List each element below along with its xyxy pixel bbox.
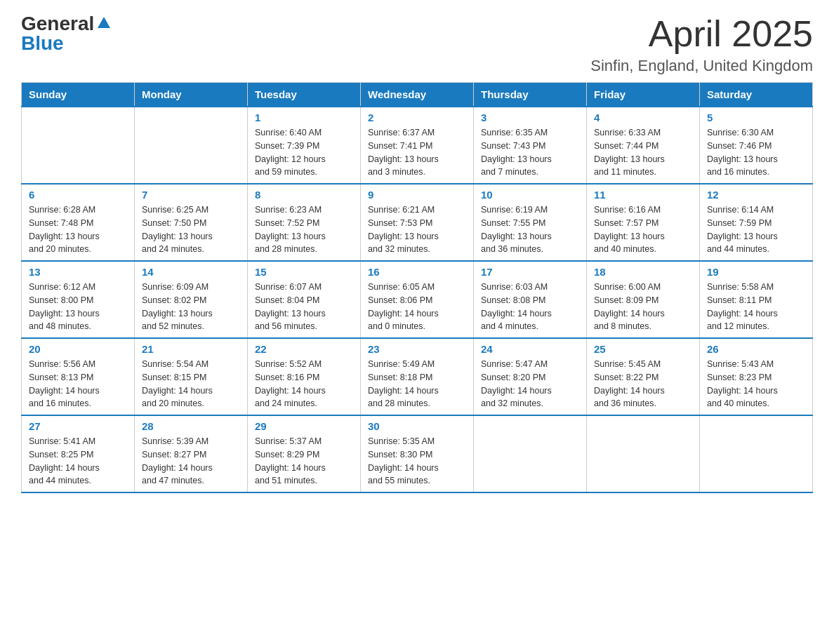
calendar-day-cell: 10Sunrise: 6:19 AM Sunset: 7:55 PM Dayli… [474, 184, 587, 261]
calendar-week-row: 1Sunrise: 6:40 AM Sunset: 7:39 PM Daylig… [22, 107, 813, 184]
calendar-day-cell: 19Sunrise: 5:58 AM Sunset: 8:11 PM Dayli… [700, 261, 813, 338]
calendar-day-cell: 23Sunrise: 5:49 AM Sunset: 8:18 PM Dayli… [361, 338, 474, 415]
location-subtitle: Sinfin, England, United Kingdom [590, 57, 813, 75]
calendar-day-cell: 2Sunrise: 6:37 AM Sunset: 7:41 PM Daylig… [361, 107, 474, 184]
calendar-day-cell: 9Sunrise: 6:21 AM Sunset: 7:53 PM Daylig… [361, 184, 474, 261]
day-info: Sunrise: 6:09 AM Sunset: 8:02 PM Dayligh… [142, 281, 240, 333]
day-number: 1 [255, 112, 353, 123]
calendar-week-row: 27Sunrise: 5:41 AM Sunset: 8:25 PM Dayli… [22, 415, 813, 492]
day-number: 18 [594, 266, 692, 278]
calendar-day-cell: 29Sunrise: 5:37 AM Sunset: 8:29 PM Dayli… [248, 415, 361, 492]
calendar-week-row: 13Sunrise: 6:12 AM Sunset: 8:00 PM Dayli… [22, 261, 813, 338]
logo-blue-text: Blue [21, 34, 64, 53]
calendar-day-cell: 20Sunrise: 5:56 AM Sunset: 8:13 PM Dayli… [22, 338, 135, 415]
day-info: Sunrise: 6:23 AM Sunset: 7:52 PM Dayligh… [255, 203, 353, 256]
calendar-header-cell: Wednesday [361, 83, 474, 107]
calendar-day-cell [700, 415, 813, 492]
calendar-header-cell: Thursday [474, 83, 587, 107]
calendar-day-cell: 13Sunrise: 6:12 AM Sunset: 8:00 PM Dayli… [22, 261, 135, 338]
day-number: 16 [368, 266, 466, 278]
day-number: 21 [142, 343, 240, 355]
day-info: Sunrise: 6:28 AM Sunset: 7:48 PM Dayligh… [29, 203, 127, 256]
day-info: Sunrise: 6:37 AM Sunset: 7:41 PM Dayligh… [368, 126, 466, 179]
month-title: April 2025 [590, 14, 813, 54]
day-number: 23 [368, 343, 466, 355]
calendar-day-cell: 17Sunrise: 6:03 AM Sunset: 8:08 PM Dayli… [474, 261, 587, 338]
day-number: 17 [481, 266, 579, 278]
calendar-day-cell: 21Sunrise: 5:54 AM Sunset: 8:15 PM Dayli… [135, 338, 248, 415]
day-info: Sunrise: 5:41 AM Sunset: 8:25 PM Dayligh… [29, 435, 127, 488]
calendar-day-cell: 30Sunrise: 5:35 AM Sunset: 8:30 PM Dayli… [361, 415, 474, 492]
day-info: Sunrise: 6:07 AM Sunset: 8:04 PM Dayligh… [255, 281, 353, 333]
calendar-day-cell: 11Sunrise: 6:16 AM Sunset: 7:57 PM Dayli… [587, 184, 700, 261]
calendar-day-cell: 27Sunrise: 5:41 AM Sunset: 8:25 PM Dayli… [22, 415, 135, 492]
calendar-day-cell: 25Sunrise: 5:45 AM Sunset: 8:22 PM Dayli… [587, 338, 700, 415]
calendar-header-row: SundayMondayTuesdayWednesdayThursdayFrid… [22, 83, 813, 107]
day-number: 5 [707, 112, 805, 123]
logo-general-text: General [21, 14, 94, 34]
day-number: 14 [142, 266, 240, 278]
day-info: Sunrise: 5:52 AM Sunset: 8:16 PM Dayligh… [255, 358, 353, 410]
day-number: 11 [594, 189, 692, 201]
calendar-day-cell: 16Sunrise: 6:05 AM Sunset: 8:06 PM Dayli… [361, 261, 474, 338]
day-number: 22 [255, 343, 353, 355]
day-number: 4 [594, 112, 692, 123]
calendar-day-cell: 8Sunrise: 6:23 AM Sunset: 7:52 PM Daylig… [248, 184, 361, 261]
day-info: Sunrise: 5:54 AM Sunset: 8:15 PM Dayligh… [142, 358, 240, 410]
calendar-header-cell: Sunday [22, 83, 135, 107]
calendar-day-cell [587, 415, 700, 492]
calendar-header: SundayMondayTuesdayWednesdayThursdayFrid… [22, 83, 813, 107]
day-info: Sunrise: 5:45 AM Sunset: 8:22 PM Dayligh… [594, 358, 692, 410]
calendar-body: 1Sunrise: 6:40 AM Sunset: 7:39 PM Daylig… [22, 107, 813, 492]
day-info: Sunrise: 5:56 AM Sunset: 8:13 PM Dayligh… [29, 358, 127, 410]
logo-triangle-icon [98, 17, 110, 28]
day-info: Sunrise: 5:49 AM Sunset: 8:18 PM Dayligh… [368, 358, 466, 410]
day-number: 15 [255, 266, 353, 278]
calendar-week-row: 6Sunrise: 6:28 AM Sunset: 7:48 PM Daylig… [22, 184, 813, 261]
day-number: 25 [594, 343, 692, 355]
day-number: 8 [255, 189, 353, 201]
calendar-day-cell: 3Sunrise: 6:35 AM Sunset: 7:43 PM Daylig… [474, 107, 587, 184]
day-info: Sunrise: 5:35 AM Sunset: 8:30 PM Dayligh… [368, 435, 466, 488]
calendar-day-cell: 26Sunrise: 5:43 AM Sunset: 8:23 PM Dayli… [700, 338, 813, 415]
calendar-day-cell: 6Sunrise: 6:28 AM Sunset: 7:48 PM Daylig… [22, 184, 135, 261]
title-section: April 2025 Sinfin, England, United Kingd… [590, 14, 813, 75]
calendar-header-cell: Monday [135, 83, 248, 107]
calendar-table: SundayMondayTuesdayWednesdayThursdayFrid… [21, 82, 813, 493]
day-info: Sunrise: 6:25 AM Sunset: 7:50 PM Dayligh… [142, 203, 240, 256]
calendar-day-cell [474, 415, 587, 492]
calendar-day-cell: 22Sunrise: 5:52 AM Sunset: 8:16 PM Dayli… [248, 338, 361, 415]
day-number: 28 [142, 420, 240, 432]
day-info: Sunrise: 6:03 AM Sunset: 8:08 PM Dayligh… [481, 281, 579, 333]
day-info: Sunrise: 6:33 AM Sunset: 7:44 PM Dayligh… [594, 126, 692, 179]
day-number: 3 [481, 112, 579, 123]
day-number: 7 [142, 189, 240, 201]
calendar-day-cell: 12Sunrise: 6:14 AM Sunset: 7:59 PM Dayli… [700, 184, 813, 261]
day-info: Sunrise: 5:39 AM Sunset: 8:27 PM Dayligh… [142, 435, 240, 488]
calendar-day-cell: 1Sunrise: 6:40 AM Sunset: 7:39 PM Daylig… [248, 107, 361, 184]
day-number: 10 [481, 189, 579, 201]
day-info: Sunrise: 6:40 AM Sunset: 7:39 PM Dayligh… [255, 126, 353, 179]
day-info: Sunrise: 5:37 AM Sunset: 8:29 PM Dayligh… [255, 435, 353, 488]
day-number: 30 [368, 420, 466, 432]
calendar-header-cell: Saturday [700, 83, 813, 107]
day-info: Sunrise: 5:47 AM Sunset: 8:20 PM Dayligh… [481, 358, 579, 410]
day-number: 6 [29, 189, 127, 201]
calendar-day-cell [22, 107, 135, 184]
day-info: Sunrise: 6:30 AM Sunset: 7:46 PM Dayligh… [707, 126, 805, 179]
page-header: General Blue April 2025 Sinfin, England,… [21, 14, 813, 75]
day-info: Sunrise: 6:35 AM Sunset: 7:43 PM Dayligh… [481, 126, 579, 179]
day-number: 12 [707, 189, 805, 201]
day-info: Sunrise: 6:19 AM Sunset: 7:55 PM Dayligh… [481, 203, 579, 256]
logo: General Blue [21, 14, 110, 53]
day-info: Sunrise: 6:00 AM Sunset: 8:09 PM Dayligh… [594, 281, 692, 333]
calendar-day-cell: 24Sunrise: 5:47 AM Sunset: 8:20 PM Dayli… [474, 338, 587, 415]
day-number: 9 [368, 189, 466, 201]
calendar-day-cell: 18Sunrise: 6:00 AM Sunset: 8:09 PM Dayli… [587, 261, 700, 338]
day-number: 20 [29, 343, 127, 355]
day-number: 26 [707, 343, 805, 355]
day-number: 19 [707, 266, 805, 278]
calendar-day-cell [135, 107, 248, 184]
calendar-day-cell: 28Sunrise: 5:39 AM Sunset: 8:27 PM Dayli… [135, 415, 248, 492]
day-info: Sunrise: 5:43 AM Sunset: 8:23 PM Dayligh… [707, 358, 805, 410]
